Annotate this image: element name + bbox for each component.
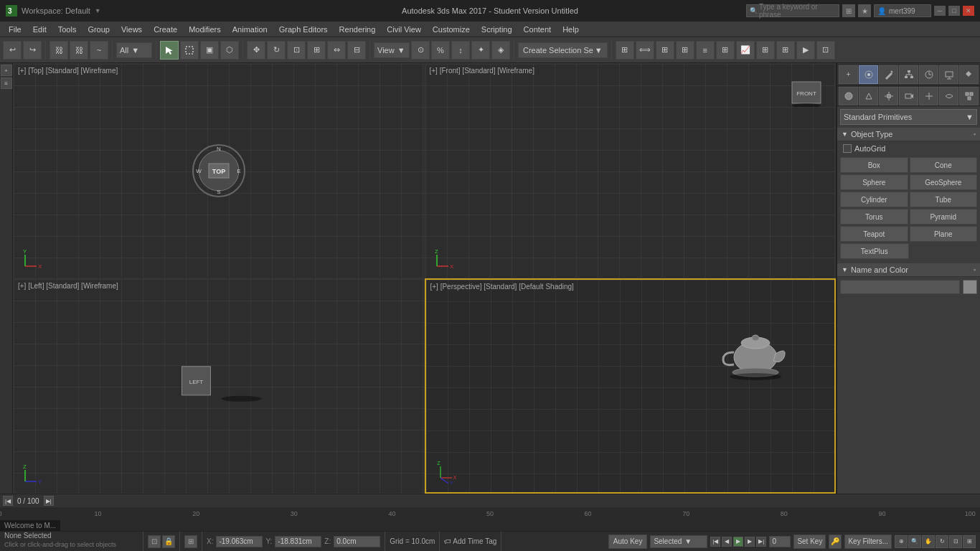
viewport-left[interactable]: [+] [Left] [Standard] [Wireframe] LEFT Y (13, 278, 425, 494)
rp-modify-icon[interactable] (879, 65, 898, 84)
key-icon[interactable]: 🔑 (829, 534, 842, 549)
create-selection-button[interactable]: Create Selection Se ▼ (518, 42, 608, 58)
mirror-button[interactable]: ⇔ (327, 41, 346, 60)
viewport-top[interactable]: [+] [Top] [Standard] [Wireframe] N S E W… (13, 63, 425, 278)
rotate-button[interactable]: ↻ (267, 41, 286, 60)
named-sel-button[interactable]: ⊞ (616, 41, 634, 60)
sb-icon-1[interactable]: ⊡ (148, 535, 161, 548)
btn-plane[interactable]: Plane (910, 226, 978, 242)
pb-first[interactable]: |◀ (710, 537, 720, 547)
menu-views[interactable]: Views (116, 24, 148, 35)
vp-pan[interactable]: ✋ (922, 535, 935, 548)
rp-geometry-icon[interactable] (839, 87, 858, 105)
render-setup[interactable]: ⊞ (776, 41, 795, 60)
btn-box[interactable]: Box (840, 157, 908, 173)
tl-next-end[interactable]: ▶| (44, 496, 54, 506)
material-editor[interactable]: ⊞ (756, 41, 775, 60)
align-button[interactable]: ⊟ (347, 41, 366, 60)
star-icon[interactable]: ★ (858, 4, 871, 17)
undo-button[interactable]: ↩ (3, 41, 22, 60)
filter-dropdown[interactable]: All ▼ (116, 42, 152, 58)
select-window-button[interactable]: ▣ (200, 41, 219, 60)
set-key-button[interactable]: Set Key (793, 534, 826, 549)
name-color-header[interactable]: ▼ Name and Color ▪ (837, 263, 980, 277)
layer-mgr[interactable]: ≡ (696, 41, 715, 60)
unlink-button[interactable]: ⛓ (70, 41, 88, 60)
auto-key-button[interactable]: Auto Key (608, 534, 648, 549)
pb-next[interactable]: ▶ (745, 537, 755, 547)
transform-button[interactable]: ⊞ (307, 41, 326, 60)
lt-btn-1[interactable]: + (1, 65, 12, 76)
select-button[interactable] (160, 41, 179, 60)
z-coord-input[interactable] (334, 536, 380, 547)
render-button[interactable]: ▶ (796, 41, 815, 60)
menu-help[interactable]: Help (557, 24, 585, 35)
rp-utilities-icon[interactable] (959, 65, 979, 84)
align-tools[interactable]: ⊞ (676, 41, 694, 60)
mirror-diag-button[interactable]: ⟺ (636, 41, 654, 60)
vp-zoom-ext[interactable]: ⊕ (895, 535, 908, 548)
spinner-snap-button[interactable]: ↕ (451, 41, 470, 60)
menu-content[interactable]: Content (518, 24, 557, 35)
menu-rendering[interactable]: Rendering (334, 24, 382, 35)
menu-tools[interactable]: Tools (52, 24, 83, 35)
key-filters-button[interactable]: Key Filters... (844, 534, 892, 549)
selected-dropdown[interactable]: Selected ▼ (650, 535, 707, 548)
schematic[interactable]: ⊞ (716, 41, 735, 60)
btn-textplus[interactable]: TextPlus (840, 243, 909, 259)
sb-expand-icon[interactable]: ⊞ (184, 535, 197, 548)
pb-last[interactable]: ▶| (756, 537, 766, 547)
rp-motion-icon[interactable] (919, 65, 938, 84)
rp-create-icon[interactable] (859, 65, 878, 84)
bind-button[interactable]: ~ (90, 41, 108, 60)
menu-create[interactable]: Create (148, 24, 183, 35)
menu-animation[interactable]: Animation (227, 24, 273, 35)
move-button[interactable]: ✥ (247, 41, 265, 60)
angle-snap-button[interactable]: ⊙ (411, 41, 430, 60)
named-sel-sets[interactable]: ◈ (491, 41, 510, 60)
color-swatch[interactable] (963, 280, 977, 294)
btn-tube[interactable]: Tube (910, 192, 978, 207)
snaps-button[interactable]: ✦ (471, 41, 490, 60)
rp-add-icon[interactable]: + (839, 65, 858, 84)
view-dropdown[interactable]: View ▼ (374, 42, 410, 58)
rp-shape-icon[interactable] (859, 87, 878, 105)
scale-button[interactable]: ⊡ (287, 41, 306, 60)
btn-sphere[interactable]: Sphere (840, 174, 908, 190)
select-region-button[interactable] (180, 41, 199, 60)
tl-prev-start[interactable]: |◀ (3, 496, 13, 506)
viewport-perspective[interactable]: [+] [Perspective] [Standard] [Default Sh… (425, 278, 837, 494)
add-time-tag-button[interactable]: 🏷 Add Time Tag (444, 537, 496, 545)
btn-pyramid[interactable]: Pyramid (910, 209, 978, 225)
timeline-track[interactable]: 0 10 20 30 40 50 60 70 80 90 100 (0, 507, 980, 531)
autogrid-checkbox[interactable] (843, 144, 852, 153)
search-box[interactable]: 🔍 Type a keyword or phrase (746, 4, 839, 17)
btn-cylinder[interactable]: Cylinder (840, 192, 908, 207)
sb-icon-2[interactable]: 🔒 (162, 535, 175, 548)
menu-file[interactable]: File (3, 24, 27, 35)
vp-field-of-view[interactable]: ⊡ (949, 535, 962, 548)
vp-zoom[interactable]: 🔍 (908, 535, 921, 548)
btn-torus[interactable]: Torus (840, 209, 908, 225)
rp-systems-icon[interactable] (959, 87, 979, 105)
lt-btn-2[interactable]: ≡ (1, 77, 12, 89)
name-input[interactable] (840, 280, 960, 294)
pb-prev[interactable]: ◀ (722, 537, 732, 547)
percent-snap-button[interactable]: % (431, 41, 450, 60)
btn-geosphere[interactable]: GeoSphere (910, 174, 978, 190)
minimize-button[interactable]: ─ (934, 6, 946, 16)
array-button[interactable]: ⊞ (656, 41, 674, 60)
x-coord-input[interactable] (216, 536, 263, 547)
btn-cone[interactable]: Cone (910, 157, 978, 173)
fence-select-button[interactable]: ⬡ (220, 41, 239, 60)
redo-button[interactable]: ↪ (23, 41, 42, 60)
curve-editor[interactable]: 📈 (736, 41, 755, 60)
rp-hierarchy-icon[interactable] (899, 65, 918, 84)
rp-spacewarp-icon[interactable] (939, 87, 958, 105)
help-icon[interactable]: ⊞ (842, 4, 855, 17)
menu-scripting[interactable]: Scripting (476, 24, 518, 35)
menu-modifiers[interactable]: Modifiers (183, 24, 227, 35)
menu-group[interactable]: Group (82, 24, 116, 35)
pb-play[interactable]: ▶ (733, 537, 743, 547)
vp-orbit[interactable]: ↻ (936, 535, 948, 548)
